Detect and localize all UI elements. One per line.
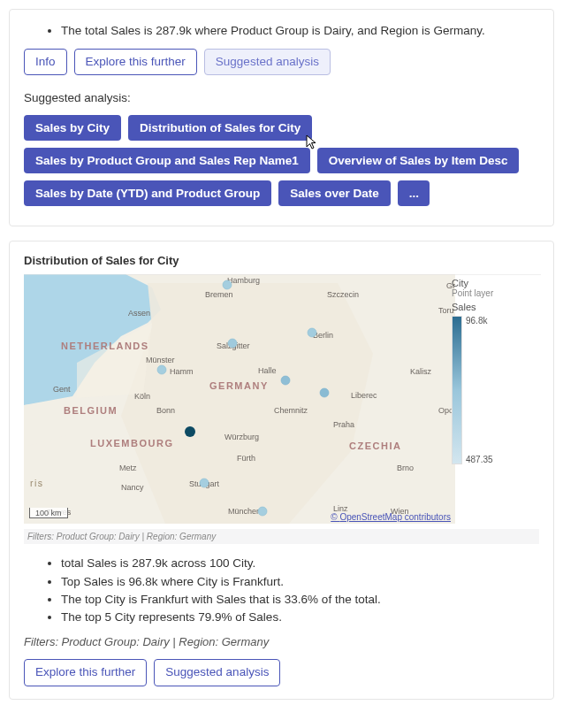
- map-point[interactable]: [200, 479, 209, 487]
- narrative-bullet: The top 5 City represents 79.9% of Sales…: [61, 609, 539, 626]
- legend-layer-sub: Point layer: [452, 288, 536, 298]
- insight-bullets: The total Sales is 287.9k where Product …: [24, 22, 539, 40]
- suggested-chips-row-3: Sales by Date (YTD) and Product Group Sa…: [24, 180, 539, 206]
- svg-text:Münster: Münster: [146, 356, 175, 364]
- chip-distribution-sales-city[interactable]: Distribution of Sales for City: [128, 115, 312, 141]
- svg-text:Nancy: Nancy: [121, 483, 144, 492]
- action-buttons-row-2: Explore this further Suggested analysis: [24, 659, 539, 686]
- chip-sales-over-date[interactable]: Sales over Date: [278, 180, 391, 206]
- svg-text:Assen: Assen: [128, 309, 150, 318]
- svg-text:Szczecin: Szczecin: [327, 290, 359, 299]
- map-container: Hamburg Bremen Assen Szczecin Gr Toru Sa…: [24, 274, 539, 524]
- svg-text:Bonn: Bonn: [156, 406, 175, 415]
- map-point[interactable]: [308, 328, 316, 337]
- map-point[interactable]: [223, 280, 232, 289]
- suggested-chips-row-1: Sales by City Distribution of Sales for …: [24, 115, 539, 141]
- map-point[interactable]: [157, 365, 166, 374]
- insight-card: The total Sales is 287.9k where Product …: [9, 9, 554, 226]
- action-buttons-row: Info Explore this further Suggested anal…: [24, 49, 539, 75]
- svg-text:GERMANY: GERMANY: [209, 380, 269, 391]
- svg-text:BELGIUM: BELGIUM: [64, 405, 118, 416]
- map-point[interactable]: [228, 339, 237, 348]
- svg-text:LUXEMBOURG: LUXEMBOURG: [90, 438, 173, 448]
- svg-text:Hamm: Hamm: [170, 367, 194, 376]
- svg-text:Gent: Gent: [53, 385, 71, 394]
- svg-text:Fürth: Fürth: [237, 454, 255, 463]
- svg-text:Praha: Praha: [333, 420, 354, 429]
- svg-text:Hamburg: Hamburg: [227, 276, 260, 285]
- chip-overview-sales-itemdesc[interactable]: Overview of Sales by Item Desc: [317, 148, 520, 173]
- suggested-analysis-button-2[interactable]: Suggested analysis: [154, 659, 280, 686]
- legend-range: 96.8k 487.35: [462, 316, 493, 464]
- svg-text:Metz: Metz: [119, 464, 137, 472]
- legend-gradient: 96.8k 487.35: [452, 316, 536, 464]
- map-point[interactable]: [281, 376, 290, 385]
- svg-text:NETHERLANDS: NETHERLANDS: [61, 341, 149, 351]
- chip-more[interactable]: ...: [398, 180, 430, 206]
- svg-text:Brno: Brno: [397, 464, 414, 472]
- map-filters-small: Filters: Product Group: Dairy | Region: …: [24, 529, 539, 544]
- chip-sales-by-city[interactable]: Sales by City: [24, 115, 121, 141]
- svg-text:Halle: Halle: [258, 366, 277, 375]
- chart-title: Distribution of Sales for City: [24, 254, 539, 267]
- svg-text:Liberec: Liberec: [351, 391, 377, 400]
- map-attribution[interactable]: © OpenStreetMap contributors: [331, 512, 451, 522]
- chip-sales-productgroup-rep[interactable]: Sales by Product Group and Sales Rep Nam…: [24, 148, 310, 173]
- explore-further-button[interactable]: Explore this further: [74, 49, 197, 75]
- svg-text:ris: ris: [30, 478, 44, 488]
- svg-text:Köln: Köln: [134, 392, 150, 401]
- map-point[interactable]: [258, 507, 267, 516]
- svg-text:Bremen: Bremen: [205, 290, 233, 299]
- narrative-bullet: total Sales is 287.9k across 100 City.: [61, 555, 539, 572]
- chip-sales-date-ytd-productgroup[interactable]: Sales by Date (YTD) and Product Group: [24, 180, 271, 206]
- narrative-bullets: total Sales is 287.9k across 100 City. T…: [24, 555, 539, 626]
- suggested-analysis-title: Suggested analysis:: [24, 91, 539, 104]
- suggested-chips-row-2: Sales by Product Group and Sales Rep Nam…: [24, 148, 539, 173]
- suggested-analysis-button[interactable]: Suggested analysis: [204, 49, 331, 75]
- legend-min: 487.35: [466, 455, 493, 464]
- narrative-filters: Filters: Product Group: Dairy | Region: …: [24, 635, 539, 648]
- legend-layer-title: City: [452, 278, 536, 288]
- map-scale: 100 km: [29, 508, 68, 518]
- svg-text:München: München: [228, 507, 261, 516]
- narrative-bullet: Top Sales is 96.8k where City is Frankfu…: [61, 573, 539, 591]
- map-point-top[interactable]: [185, 426, 195, 437]
- distribution-card: Distribution of Sales for City Hamburg B…: [9, 241, 554, 699]
- legend-max: 96.8k: [466, 316, 493, 326]
- map-legend: City Point layer Sales 96.8k 487.35: [452, 278, 536, 464]
- legend-measure: Sales: [452, 302, 536, 312]
- map-point[interactable]: [320, 388, 329, 397]
- svg-text:CZECHIA: CZECHIA: [349, 441, 401, 451]
- insight-bullet: The total Sales is 287.9k where Product …: [61, 22, 539, 40]
- narrative-bullet: The top City is Frankfurt with Sales tha…: [61, 591, 539, 609]
- svg-text:Würzburg: Würzburg: [224, 433, 259, 441]
- info-button[interactable]: Info: [24, 49, 67, 75]
- explore-further-button-2[interactable]: Explore this further: [24, 659, 147, 686]
- svg-text:Chemnitz: Chemnitz: [274, 406, 308, 415]
- svg-text:Kalisz: Kalisz: [410, 367, 432, 376]
- legend-gradient-bar: [452, 316, 462, 464]
